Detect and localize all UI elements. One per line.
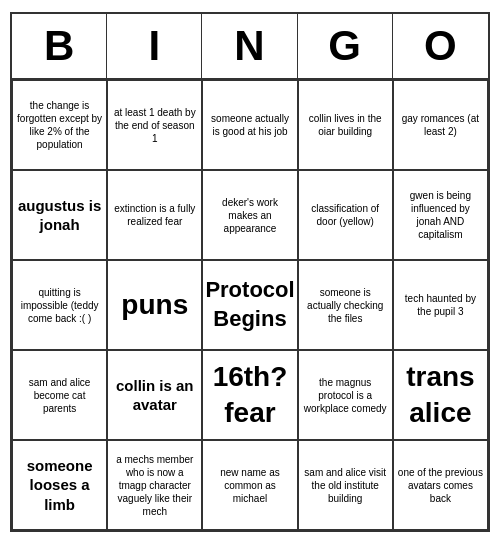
bingo-cell-22: new name as common as michael [202, 440, 297, 530]
bingo-letter-n: N [202, 14, 297, 78]
bingo-cell-20: someone looses a limb [12, 440, 107, 530]
bingo-card: BINGO the change is forgotten except by … [10, 12, 490, 532]
bingo-cell-17: 16th? fear [202, 350, 297, 440]
bingo-header: BINGO [12, 14, 488, 80]
bingo-cell-9: gwen is being influenced by jonah AND ca… [393, 170, 488, 260]
bingo-cell-12: Protocol Begins [202, 260, 297, 350]
bingo-letter-o: O [393, 14, 488, 78]
bingo-grid: the change is forgotten except by like 2… [12, 80, 488, 530]
bingo-cell-14: tech haunted by the pupil 3 [393, 260, 488, 350]
bingo-cell-19: trans alice [393, 350, 488, 440]
bingo-cell-18: the magnus protocol is a workplace comed… [298, 350, 393, 440]
bingo-letter-g: G [298, 14, 393, 78]
bingo-cell-13: someone is actually checking the files [298, 260, 393, 350]
bingo-cell-1: at least 1 death by the end of season 1 [107, 80, 202, 170]
bingo-cell-3: collin lives in the oiar building [298, 80, 393, 170]
bingo-cell-21: a mechs member who is now a tmagp charac… [107, 440, 202, 530]
bingo-cell-16: collin is an avatar [107, 350, 202, 440]
bingo-cell-23: sam and alice visit the old institute bu… [298, 440, 393, 530]
bingo-cell-7: deker's work makes an appearance [202, 170, 297, 260]
bingo-cell-4: gay romances (at least 2) [393, 80, 488, 170]
bingo-cell-11: puns [107, 260, 202, 350]
bingo-cell-5: augustus is jonah [12, 170, 107, 260]
bingo-cell-8: classification of door (yellow) [298, 170, 393, 260]
bingo-cell-15: sam and alice become cat parents [12, 350, 107, 440]
bingo-cell-10: quitting is impossible (teddy come back … [12, 260, 107, 350]
bingo-cell-0: the change is forgotten except by like 2… [12, 80, 107, 170]
bingo-cell-6: extinction is a fully realized fear [107, 170, 202, 260]
bingo-cell-2: someone actually is good at his job [202, 80, 297, 170]
bingo-letter-i: I [107, 14, 202, 78]
bingo-letter-b: B [12, 14, 107, 78]
bingo-cell-24: one of the previous avatars comes back [393, 440, 488, 530]
